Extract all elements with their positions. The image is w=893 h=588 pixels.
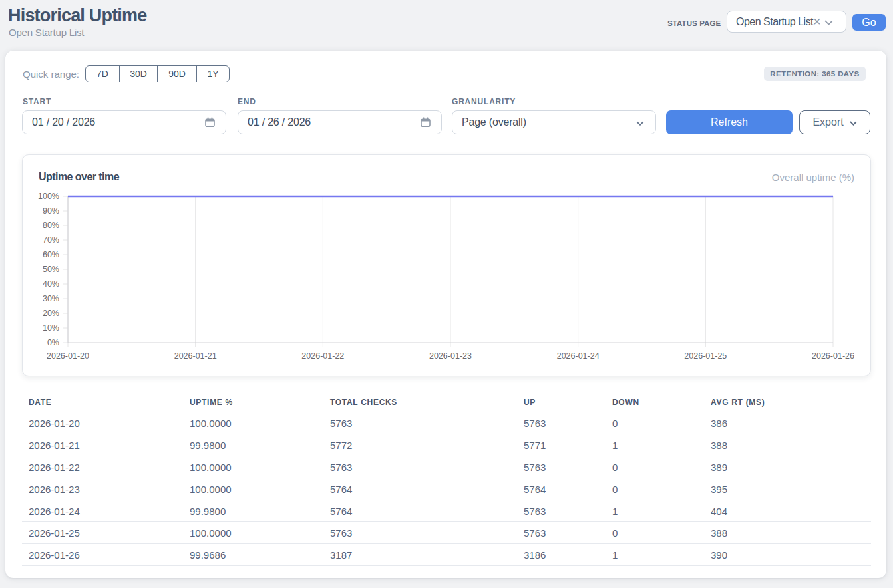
- svg-text:70%: 70%: [43, 235, 59, 245]
- svg-text:2026-01-20: 2026-01-20: [47, 351, 89, 361]
- svg-text:50%: 50%: [43, 265, 59, 274]
- svg-text:90%: 90%: [43, 206, 59, 216]
- svg-text:2026-01-24: 2026-01-24: [557, 351, 600, 361]
- svg-text:40%: 40%: [43, 279, 59, 289]
- svg-text:60%: 60%: [43, 250, 59, 259]
- svg-text:0%: 0%: [47, 338, 59, 347]
- svg-text:10%: 10%: [43, 323, 59, 333]
- svg-text:2026-01-22: 2026-01-22: [301, 351, 344, 361]
- svg-text:2026-01-26: 2026-01-26: [812, 351, 854, 361]
- svg-text:100%: 100%: [38, 192, 59, 201]
- svg-text:20%: 20%: [43, 309, 59, 318]
- svg-text:80%: 80%: [43, 221, 59, 230]
- svg-text:2026-01-25: 2026-01-25: [684, 351, 727, 361]
- svg-text:2026-01-23: 2026-01-23: [429, 351, 472, 361]
- svg-text:2026-01-21: 2026-01-21: [174, 351, 217, 361]
- svg-text:30%: 30%: [43, 294, 59, 303]
